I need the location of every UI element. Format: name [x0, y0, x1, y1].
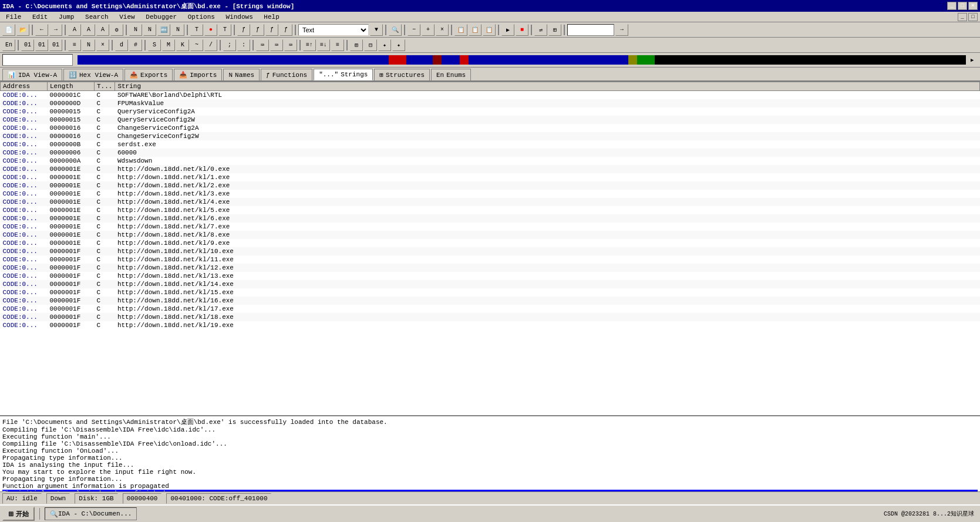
strings-table-wrapper[interactable]: Address Length T... String CODE:0...0000… [0, 82, 980, 415]
tilde-btn[interactable]: ~ [190, 39, 203, 51]
btn-circle[interactable]: ● [204, 24, 217, 36]
table-row[interactable]: CODE:0...0000001FChttp://down.18dd.net/k… [1, 280, 980, 288]
stack-btn[interactable]: ⌨ [256, 39, 269, 51]
table-row[interactable]: CODE:0...00000006C60000 [1, 149, 980, 157]
dropdown-arrow[interactable]: ▼ [370, 24, 383, 36]
menu-view[interactable]: View [116, 12, 138, 22]
menu-options[interactable]: Options [184, 12, 218, 22]
xref4-btn[interactable]: ✦ [392, 39, 405, 51]
table-row[interactable]: CODE:0...0000000BCserdst.exe [1, 140, 980, 149]
stack3-btn[interactable]: ⌨ [284, 39, 297, 51]
btn3[interactable]: A [68, 24, 81, 36]
table-row[interactable]: CODE:0...0000001EChttp://down.18dd.net/k… [1, 223, 980, 231]
table-row[interactable]: CODE:0...0000001FChttp://down.18dd.net/k… [1, 264, 980, 272]
tab-ida-view-a[interactable]: 📊 IDA View-A [2, 69, 62, 80]
table-row[interactable]: CODE:0...0000001FChttp://down.18dd.net/k… [1, 255, 980, 264]
start-button[interactable]: ⊞ 开始 [2, 507, 35, 521]
btn12[interactable]: ƒ [237, 24, 250, 36]
debug-run[interactable]: ▶ [501, 24, 514, 36]
close-button[interactable]: × [968, 2, 978, 10]
sort2-btn[interactable]: ≡↓ [317, 39, 330, 51]
new-btn[interactable]: 📄 [2, 24, 15, 36]
btn4[interactable]: A [82, 24, 95, 36]
string-type-dropdown[interactable]: Text Unicode All [298, 24, 369, 36]
col-address[interactable]: Address [1, 82, 48, 91]
nav-minus[interactable]: − [408, 24, 420, 36]
hex-btn2[interactable]: 01 [35, 39, 48, 51]
table-row[interactable]: CODE:0...00000015CQueryServiceConfig2W [1, 116, 980, 124]
stack2-btn[interactable]: ⌨ [270, 39, 283, 51]
menu-windows[interactable]: Windows [223, 12, 257, 22]
menu-file[interactable]: File [2, 12, 25, 22]
btn11[interactable]: T [218, 24, 231, 36]
col-type[interactable]: T... [95, 82, 115, 91]
btn7[interactable]: N [129, 24, 142, 36]
paste-btn[interactable]: 📋 [469, 24, 481, 36]
tab-strings[interactable]: "..." Strings [314, 69, 373, 80]
table-row[interactable]: CODE:0...0000001FChttp://down.18dd.net/k… [1, 297, 980, 305]
table-row[interactable]: CODE:0...0000001EChttp://down.18dd.net/k… [1, 190, 980, 198]
open-btn[interactable]: 📂 [16, 24, 29, 36]
s-btn[interactable]: S [148, 39, 161, 51]
table-row[interactable]: CODE:0...0000001EChttp://down.18dd.net/k… [1, 239, 980, 247]
clipboard-btn[interactable]: 📋 [483, 24, 496, 36]
log-area[interactable]: File 'C:\Documents and Settings\Administ… [0, 415, 980, 491]
tab-imports[interactable]: 📥 Imports [174, 69, 222, 80]
m-btn[interactable]: M [162, 39, 175, 51]
table-row[interactable]: CODE:0...0000000DCFPUMaskValue [1, 99, 980, 107]
asm-btn[interactable]: En [2, 39, 15, 51]
tab-exports[interactable]: 📤 Exports [124, 69, 173, 80]
col-string[interactable]: String [115, 82, 980, 91]
inner-minimize-button[interactable]: _ [958, 13, 967, 21]
table-row[interactable]: CODE:0...0000001FChttp://down.18dd.net/k… [1, 272, 980, 280]
table-row[interactable]: CODE:0...0000001EChttp://down.18dd.net/k… [1, 198, 980, 206]
back-btn[interactable]: ← [35, 24, 48, 36]
extra1[interactable]: ⇌ [534, 24, 547, 36]
btn9[interactable]: 🔤 [157, 24, 170, 36]
btn5[interactable]: A [96, 24, 109, 36]
table-row[interactable]: CODE:0...00000016CChangeServiceConfig2A [1, 124, 980, 132]
btn-T[interactable]: T [190, 24, 203, 36]
menu-search[interactable]: Search [82, 12, 112, 22]
hex-btn[interactable]: 01 [21, 39, 34, 51]
table-row[interactable]: CODE:0...00000015CQueryServiceConfig2A [1, 107, 980, 116]
btn14[interactable]: ƒ [265, 24, 278, 36]
x-btn[interactable]: × [96, 39, 109, 51]
table-row[interactable]: CODE:0...00000016CChangeServiceConfig2W [1, 132, 980, 140]
copy-btn[interactable]: 📋 [454, 24, 467, 36]
taskbar-ida[interactable]: 🔍 IDA - C:\Documen... [45, 507, 137, 520]
find-btn[interactable]: 🔍 [389, 24, 402, 36]
address-input[interactable] [567, 24, 614, 36]
menu-debugger[interactable]: Debugger [142, 12, 180, 22]
table-row[interactable]: CODE:0...0000001EChttp://down.18dd.net/k… [1, 165, 980, 173]
table-row[interactable]: CODE:0...0000001EChttp://down.18dd.net/k… [1, 231, 980, 239]
table-row[interactable]: CODE:0...0000001FChttp://down.18dd.net/k… [1, 247, 980, 255]
minimize-button[interactable]: _ [947, 2, 957, 10]
btn6[interactable]: ⚙ [110, 24, 123, 36]
n-btn[interactable]: N [82, 39, 95, 51]
goto-btn[interactable]: → [615, 24, 628, 36]
btn8[interactable]: N [143, 24, 156, 36]
debug-stop[interactable]: ■ [516, 24, 528, 36]
sort1-btn[interactable]: ≡↑ [303, 39, 316, 51]
menu-jump[interactable]: Jump [55, 12, 78, 22]
extra2[interactable]: ⊞ [548, 24, 561, 36]
btn15[interactable]: ƒ [279, 24, 292, 36]
col-length[interactable]: Length [48, 82, 95, 91]
tab-names[interactable]: N Names [223, 69, 260, 80]
slash-btn[interactable]: / [204, 39, 217, 51]
table-row[interactable]: CODE:0...0000001FChttp://down.18dd.net/k… [1, 288, 980, 297]
table-row[interactable]: CODE:0...0000001FChttp://down.18dd.net/k… [1, 305, 980, 313]
hash-btn[interactable]: # [129, 39, 142, 51]
tab-hex-view-a[interactable]: 🔢 Hex View-A [63, 69, 123, 80]
sort3-btn[interactable]: ≡ [331, 39, 344, 51]
restore-button[interactable]: □ [958, 2, 967, 10]
semi-btn[interactable]: ; [223, 39, 236, 51]
colon-btn[interactable]: : [237, 39, 250, 51]
table-row[interactable]: CODE:0...0000001EChttp://down.18dd.net/k… [1, 173, 980, 181]
nav-plus[interactable]: + [422, 24, 435, 36]
table-row[interactable]: CODE:0...0000001FChttp://down.18dd.net/k… [1, 321, 980, 329]
tab-enums[interactable]: En Enums [431, 69, 471, 80]
table-row[interactable]: CODE:0...0000000ACWdswsdown [1, 157, 980, 165]
map-scroll[interactable]: ▶ [971, 57, 978, 63]
